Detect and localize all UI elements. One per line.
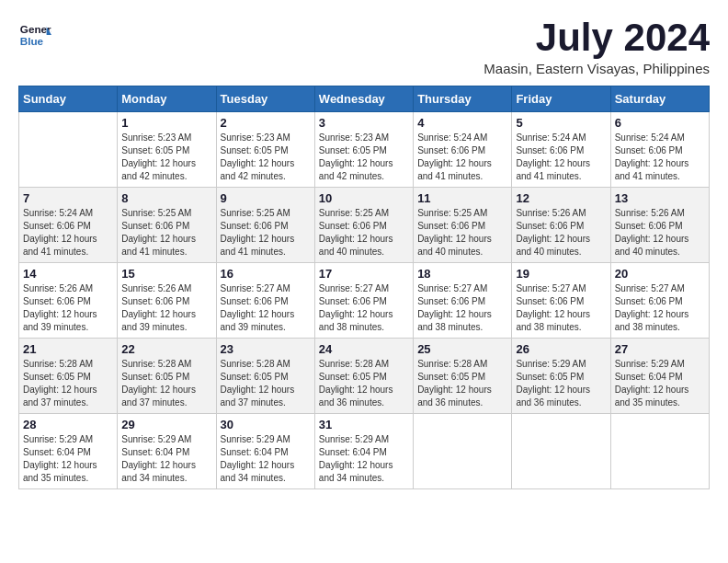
weekday-header: Tuesday: [216, 86, 314, 112]
day-number: 19: [516, 267, 606, 281]
calendar-cell: 3Sunrise: 5:23 AM Sunset: 6:05 PM Daylig…: [314, 112, 413, 188]
calendar-cell: 24Sunrise: 5:28 AM Sunset: 6:05 PM Dayli…: [314, 339, 413, 414]
day-number: 31: [319, 418, 409, 431]
logo-icon: General Blue: [18, 18, 51, 52]
calendar-cell: 1Sunrise: 5:23 AM Sunset: 6:05 PM Daylig…: [118, 112, 216, 188]
day-number: 4: [417, 116, 507, 130]
weekday-header: Wednesday: [314, 86, 413, 112]
day-number: 6: [615, 116, 705, 130]
weekday-header: Friday: [512, 86, 610, 112]
calendar-cell: 23Sunrise: 5:28 AM Sunset: 6:05 PM Dayli…: [216, 339, 314, 414]
calendar-cell: 27Sunrise: 5:29 AM Sunset: 6:04 PM Dayli…: [610, 339, 709, 414]
calendar-cell: 9Sunrise: 5:25 AM Sunset: 6:06 PM Daylig…: [216, 188, 314, 263]
day-number: 15: [121, 267, 211, 281]
day-number: 2: [221, 116, 311, 130]
day-info: Sunrise: 5:25 AM Sunset: 6:06 PM Dayligh…: [417, 207, 507, 259]
calendar-cell: 14Sunrise: 5:26 AM Sunset: 6:06 PM Dayli…: [19, 263, 118, 339]
day-number: 24: [319, 342, 409, 356]
calendar-cell: 31Sunrise: 5:29 AM Sunset: 6:04 PM Dayli…: [314, 414, 413, 489]
day-info: Sunrise: 5:25 AM Sunset: 6:06 PM Dayligh…: [221, 207, 311, 259]
calendar-cell: 18Sunrise: 5:27 AM Sunset: 6:06 PM Dayli…: [414, 263, 512, 339]
calendar-cell: 29Sunrise: 5:29 AM Sunset: 6:04 PM Dayli…: [118, 414, 216, 489]
day-info: Sunrise: 5:23 AM Sunset: 6:05 PM Dayligh…: [221, 132, 311, 183]
day-info: Sunrise: 5:27 AM Sunset: 6:06 PM Dayligh…: [221, 282, 311, 334]
day-number: 16: [221, 267, 311, 281]
day-number: 10: [319, 191, 409, 205]
calendar-week-row: 7Sunrise: 5:24 AM Sunset: 6:06 PM Daylig…: [19, 188, 710, 263]
calendar-cell: 13Sunrise: 5:26 AM Sunset: 6:06 PM Dayli…: [610, 188, 709, 263]
day-info: Sunrise: 5:27 AM Sunset: 6:06 PM Dayligh…: [417, 282, 507, 334]
calendar-week-row: 21Sunrise: 5:28 AM Sunset: 6:05 PM Dayli…: [19, 339, 710, 414]
calendar-cell: 5Sunrise: 5:24 AM Sunset: 6:06 PM Daylig…: [512, 112, 610, 188]
calendar-cell: 8Sunrise: 5:25 AM Sunset: 6:06 PM Daylig…: [118, 188, 216, 263]
day-info: Sunrise: 5:28 AM Sunset: 6:05 PM Dayligh…: [121, 358, 211, 409]
day-info: Sunrise: 5:26 AM Sunset: 6:06 PM Dayligh…: [23, 282, 113, 334]
day-info: Sunrise: 5:29 AM Sunset: 6:04 PM Dayligh…: [23, 433, 113, 485]
day-info: Sunrise: 5:23 AM Sunset: 6:05 PM Dayligh…: [121, 132, 211, 183]
day-info: Sunrise: 5:29 AM Sunset: 6:04 PM Dayligh…: [121, 433, 211, 485]
svg-text:Blue: Blue: [20, 35, 44, 47]
day-number: 26: [516, 342, 606, 356]
day-number: 12: [516, 191, 606, 205]
day-number: 25: [417, 342, 507, 356]
calendar-cell: 25Sunrise: 5:28 AM Sunset: 6:05 PM Dayli…: [414, 339, 512, 414]
day-info: Sunrise: 5:28 AM Sunset: 6:05 PM Dayligh…: [319, 358, 409, 409]
weekday-header-row: SundayMondayTuesdayWednesdayThursdayFrid…: [19, 86, 710, 112]
day-info: Sunrise: 5:24 AM Sunset: 6:06 PM Dayligh…: [516, 132, 606, 183]
day-number: 22: [121, 342, 211, 356]
day-info: Sunrise: 5:28 AM Sunset: 6:05 PM Dayligh…: [23, 358, 113, 409]
header: General Blue July 2024 Maasin, Eastern V…: [18, 18, 710, 76]
calendar-cell: 2Sunrise: 5:23 AM Sunset: 6:05 PM Daylig…: [216, 112, 314, 188]
calendar-cell: [512, 414, 610, 489]
day-info: Sunrise: 5:26 AM Sunset: 6:06 PM Dayligh…: [121, 282, 211, 334]
calendar-week-row: 14Sunrise: 5:26 AM Sunset: 6:06 PM Dayli…: [19, 263, 710, 339]
day-number: 28: [23, 418, 113, 431]
calendar-cell: [414, 414, 512, 489]
calendar-cell: 11Sunrise: 5:25 AM Sunset: 6:06 PM Dayli…: [414, 188, 512, 263]
day-info: Sunrise: 5:26 AM Sunset: 6:06 PM Dayligh…: [615, 207, 705, 259]
calendar-week-row: 1Sunrise: 5:23 AM Sunset: 6:05 PM Daylig…: [19, 112, 710, 188]
day-info: Sunrise: 5:25 AM Sunset: 6:06 PM Dayligh…: [121, 207, 211, 259]
day-number: 23: [221, 342, 311, 356]
calendar-cell: 10Sunrise: 5:25 AM Sunset: 6:06 PM Dayli…: [314, 188, 413, 263]
day-number: 7: [23, 191, 113, 205]
day-info: Sunrise: 5:29 AM Sunset: 6:04 PM Dayligh…: [615, 358, 705, 409]
day-number: 18: [417, 267, 507, 281]
month-title: July 2024: [483, 18, 710, 57]
calendar-week-row: 28Sunrise: 5:29 AM Sunset: 6:04 PM Dayli…: [19, 414, 710, 489]
calendar-cell: 16Sunrise: 5:27 AM Sunset: 6:06 PM Dayli…: [216, 263, 314, 339]
calendar-cell: 6Sunrise: 5:24 AM Sunset: 6:06 PM Daylig…: [610, 112, 709, 188]
day-number: 1: [121, 116, 211, 130]
day-number: 27: [615, 342, 705, 356]
day-number: 3: [319, 116, 409, 130]
day-info: Sunrise: 5:29 AM Sunset: 6:04 PM Dayligh…: [221, 433, 311, 485]
calendar-cell: 28Sunrise: 5:29 AM Sunset: 6:04 PM Dayli…: [19, 414, 118, 489]
calendar-cell: 20Sunrise: 5:27 AM Sunset: 6:06 PM Dayli…: [610, 263, 709, 339]
day-number: 20: [615, 267, 705, 281]
day-info: Sunrise: 5:29 AM Sunset: 6:04 PM Dayligh…: [319, 433, 409, 485]
day-number: 30: [221, 418, 311, 431]
day-number: 11: [417, 191, 507, 205]
calendar-cell: [610, 414, 709, 489]
day-number: 9: [221, 191, 311, 205]
day-info: Sunrise: 5:24 AM Sunset: 6:06 PM Dayligh…: [615, 132, 705, 183]
calendar-cell: 26Sunrise: 5:29 AM Sunset: 6:05 PM Dayli…: [512, 339, 610, 414]
calendar-cell: 19Sunrise: 5:27 AM Sunset: 6:06 PM Dayli…: [512, 263, 610, 339]
day-number: 13: [615, 191, 705, 205]
calendar-cell: 4Sunrise: 5:24 AM Sunset: 6:06 PM Daylig…: [414, 112, 512, 188]
day-info: Sunrise: 5:27 AM Sunset: 6:06 PM Dayligh…: [516, 282, 606, 334]
title-section: July 2024 Maasin, Eastern Visayas, Phili…: [483, 18, 710, 76]
day-info: Sunrise: 5:28 AM Sunset: 6:05 PM Dayligh…: [221, 358, 311, 409]
calendar-cell: 22Sunrise: 5:28 AM Sunset: 6:05 PM Dayli…: [118, 339, 216, 414]
day-info: Sunrise: 5:23 AM Sunset: 6:05 PM Dayligh…: [319, 132, 409, 183]
day-info: Sunrise: 5:29 AM Sunset: 6:05 PM Dayligh…: [516, 358, 606, 409]
day-number: 29: [121, 418, 211, 431]
day-info: Sunrise: 5:24 AM Sunset: 6:06 PM Dayligh…: [417, 132, 507, 183]
calendar-cell: 12Sunrise: 5:26 AM Sunset: 6:06 PM Dayli…: [512, 188, 610, 263]
day-info: Sunrise: 5:25 AM Sunset: 6:06 PM Dayligh…: [319, 207, 409, 259]
day-number: 8: [121, 191, 211, 205]
day-number: 5: [516, 116, 606, 130]
weekday-header: Monday: [118, 86, 216, 112]
calendar-cell: [19, 112, 118, 188]
calendar-cell: 21Sunrise: 5:28 AM Sunset: 6:05 PM Dayli…: [19, 339, 118, 414]
